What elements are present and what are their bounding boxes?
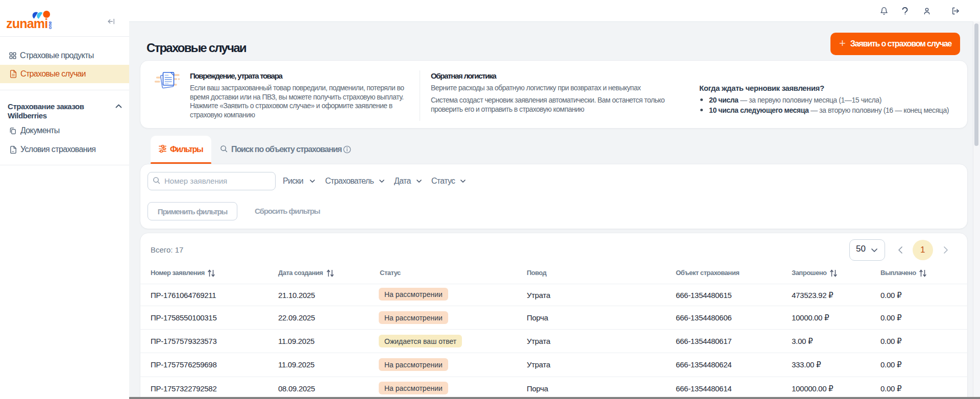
svg-text:zunami: zunami xyxy=(7,16,47,30)
svg-text:one: one xyxy=(47,21,53,29)
